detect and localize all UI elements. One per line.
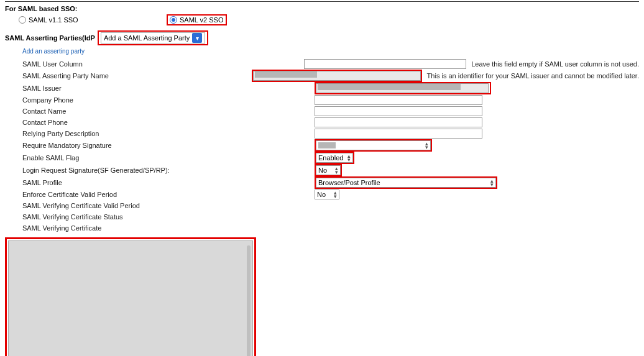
- select-saml-profile-value: Browser/Post Profile: [318, 179, 380, 186]
- input-asserting-party-name[interactable]: [253, 71, 421, 81]
- idp-select-value: Add a SAML Asserting Party: [104, 34, 190, 42]
- hint-user-column: Leave this field empty if SAML user colu…: [471, 60, 639, 68]
- select-saml-profile[interactable]: Browser/Post Profile ▴▾: [316, 178, 496, 188]
- certificate-textarea[interactable]: [8, 240, 253, 356]
- select-enable-flag[interactable]: Enabled ▴▾: [316, 153, 353, 163]
- select-cert-valid[interactable]: No ▴▾: [315, 189, 339, 199]
- label-company-phone: Company Phone: [22, 96, 315, 104]
- scrollbar[interactable]: [247, 245, 251, 356]
- label-saml-issuer: SAML Issuer: [22, 84, 315, 92]
- redacted-value: [318, 142, 336, 148]
- radio-label-v1: SAML v1.1 SSO: [29, 16, 78, 24]
- dropdown-arrow-icon: ▾: [192, 33, 202, 43]
- idp-label: SAML Asserting Parties(IdP: [5, 34, 95, 42]
- sso-heading: For SAML based SSO:: [5, 3, 639, 14]
- select-cert-valid-value: No: [317, 191, 326, 198]
- label-saml-profile: SAML Profile: [22, 179, 315, 186]
- select-login-sig-value: No: [318, 167, 327, 174]
- redacted-value: [318, 84, 461, 90]
- radio-label-v2: SAML v2 SSO: [180, 16, 224, 24]
- label-contact-phone: Contact Phone: [22, 119, 315, 126]
- certificate-area: [5, 237, 256, 356]
- select-enable-flag-value: Enabled: [318, 154, 343, 162]
- input-company-phone[interactable]: [315, 95, 482, 105]
- hint-asserting-party-name: This is an identifier for your SAML issu…: [427, 72, 639, 80]
- label-asserting-party-name: SAML Asserting Party Name: [22, 72, 252, 80]
- redacted-value: [255, 71, 317, 78]
- label-cert-valid: Enforce Certificate Valid Period: [22, 191, 315, 198]
- label-login-sig: Login Request Signature(SF Generated/SP/…: [22, 167, 315, 174]
- input-user-column[interactable]: [304, 59, 466, 69]
- updown-icon: ▴▾: [347, 154, 351, 162]
- radio-saml-v2[interactable]: SAML v2 SSO: [170, 16, 224, 24]
- input-saml-issuer[interactable]: [316, 83, 489, 93]
- label-ver-cert-valid: SAML Verifying Certificate Valid Period: [22, 202, 315, 209]
- radio-checked-icon: [170, 16, 177, 24]
- select-login-sig[interactable]: No ▴▾: [316, 165, 341, 175]
- add-asserting-party-link[interactable]: Add an asserting party: [22, 48, 85, 55]
- label-user-column: SAML User Column: [22, 60, 304, 68]
- updown-icon: ▴▾: [425, 142, 428, 149]
- label-relying-desc: Relying Party Description: [22, 130, 315, 137]
- label-ver-cert-status: SAML Verifying Certificate Status: [22, 213, 315, 221]
- input-relying-desc[interactable]: [315, 129, 482, 139]
- updown-icon: ▴▾: [334, 191, 337, 198]
- idp-select[interactable]: Add a SAML Asserting Party ▾: [101, 32, 205, 43]
- input-contact-phone[interactable]: [315, 117, 482, 127]
- label-require-sig: Require Mandatory Signature: [22, 142, 315, 149]
- label-enable-flag: Enable SAML Flag: [22, 154, 315, 162]
- label-contact-name: Contact Name: [22, 107, 315, 115]
- label-ver-cert: SAML Verifying Certificate: [22, 224, 315, 232]
- updown-icon: ▴▾: [490, 179, 494, 186]
- updown-icon: ▴▾: [335, 167, 338, 174]
- radio-unchecked-icon: [19, 16, 26, 24]
- select-require-sig[interactable]: ▴▾: [316, 140, 431, 150]
- input-contact-name[interactable]: [315, 106, 482, 116]
- radio-saml-v1[interactable]: SAML v1.1 SSO: [19, 16, 162, 24]
